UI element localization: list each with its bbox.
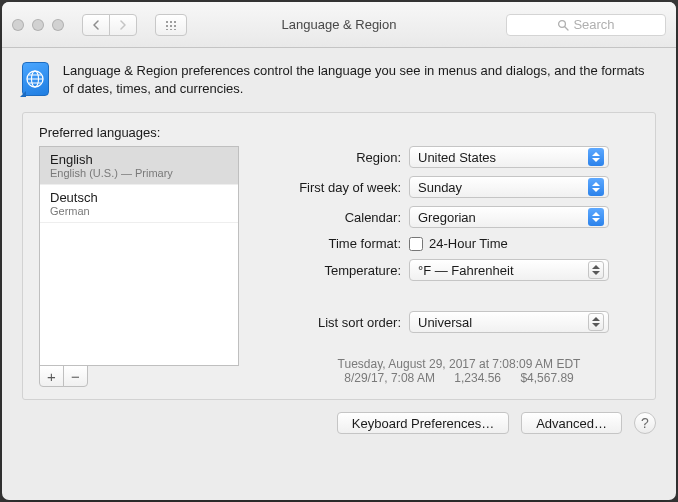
search-input[interactable]: Search bbox=[506, 14, 666, 36]
keyboard-preferences-button[interactable]: Keyboard Preferences… bbox=[337, 412, 509, 434]
example-short-date: 8/29/17, 7:08 AM bbox=[344, 371, 435, 385]
list-sort-label: List sort order: bbox=[279, 315, 409, 330]
first-day-select[interactable]: Sunday bbox=[409, 176, 609, 198]
temperature-label: Temperature: bbox=[279, 263, 409, 278]
globe-flag-icon bbox=[22, 62, 49, 96]
time-format-checkbox[interactable]: 24-Hour Time bbox=[409, 236, 508, 251]
language-detail: English (U.S.) — Primary bbox=[50, 167, 228, 179]
search-icon bbox=[557, 19, 569, 31]
language-region-window: Language & Region Search Language & Regi… bbox=[2, 2, 676, 500]
description-text: Language & Region preferences control th… bbox=[63, 62, 656, 98]
list-item[interactable]: Deutsch German bbox=[40, 185, 238, 223]
language-list[interactable]: English English (U.S.) — Primary Deutsch… bbox=[39, 146, 239, 366]
time-format-label: Time format: bbox=[279, 236, 409, 251]
svg-point-0 bbox=[559, 20, 566, 27]
minimize-icon[interactable] bbox=[32, 19, 44, 31]
grid-icon bbox=[165, 20, 178, 30]
language-name: Deutsch bbox=[50, 190, 228, 205]
bottom-button-row: Keyboard Preferences… Advanced… ? bbox=[2, 412, 676, 448]
region-form: Region: United States First day of week:… bbox=[279, 146, 639, 387]
advanced-button[interactable]: Advanced… bbox=[521, 412, 622, 434]
back-button[interactable] bbox=[82, 14, 110, 36]
chevron-updown-icon bbox=[588, 208, 604, 226]
language-detail: German bbox=[50, 205, 228, 217]
add-language-button[interactable]: + bbox=[39, 365, 64, 387]
example-line-1: Tuesday, August 29, 2017 at 7:08:09 AM E… bbox=[279, 357, 639, 371]
example-currency: $4,567.89 bbox=[520, 371, 573, 385]
help-button[interactable]: ? bbox=[634, 412, 656, 434]
chevron-updown-icon bbox=[588, 313, 604, 331]
first-day-label: First day of week: bbox=[279, 180, 409, 195]
calendar-label: Calendar: bbox=[279, 210, 409, 225]
show-all-button[interactable] bbox=[155, 14, 187, 36]
temperature-select[interactable]: °F — Fahrenheit bbox=[409, 259, 609, 281]
svg-line-1 bbox=[565, 27, 568, 30]
region-select[interactable]: United States bbox=[409, 146, 609, 168]
close-icon[interactable] bbox=[12, 19, 24, 31]
forward-button[interactable] bbox=[109, 14, 137, 36]
chevron-updown-icon bbox=[588, 261, 604, 279]
example-number: 1,234.56 bbox=[454, 371, 501, 385]
remove-language-button[interactable]: − bbox=[63, 365, 88, 387]
language-name: English bbox=[50, 152, 228, 167]
add-remove-group: + − bbox=[39, 365, 89, 387]
chevron-updown-icon bbox=[588, 178, 604, 196]
24-hour-checkbox[interactable] bbox=[409, 237, 423, 251]
window-controls bbox=[12, 19, 64, 31]
search-placeholder: Search bbox=[573, 17, 614, 32]
settings-panel: Preferred languages: English English (U.… bbox=[22, 112, 656, 400]
description-row: Language & Region preferences control th… bbox=[2, 48, 676, 112]
preferred-languages-label: Preferred languages: bbox=[39, 125, 639, 140]
format-example: Tuesday, August 29, 2017 at 7:08:09 AM E… bbox=[279, 357, 639, 385]
chevron-updown-icon bbox=[588, 148, 604, 166]
list-sort-select[interactable]: Universal bbox=[409, 311, 609, 333]
nav-group bbox=[82, 14, 137, 36]
zoom-icon[interactable] bbox=[52, 19, 64, 31]
calendar-select[interactable]: Gregorian bbox=[409, 206, 609, 228]
help-icon: ? bbox=[641, 415, 649, 431]
region-label: Region: bbox=[279, 150, 409, 165]
titlebar: Language & Region Search bbox=[2, 2, 676, 48]
list-item[interactable]: English English (U.S.) — Primary bbox=[40, 147, 238, 185]
